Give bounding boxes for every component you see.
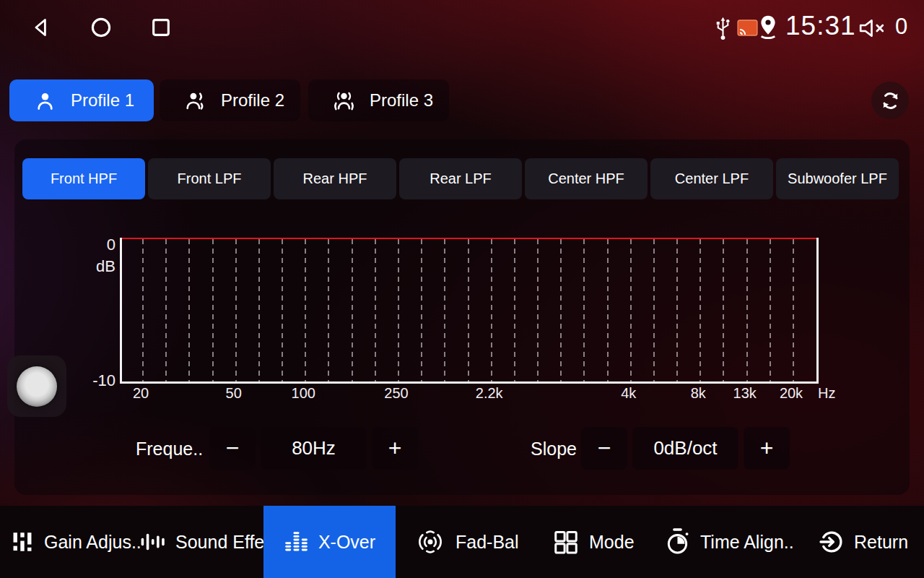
sound-effects-icon — [139, 530, 166, 553]
gridline — [723, 239, 724, 381]
nav-label: Sound Effe.. — [175, 532, 274, 553]
stopwatch-icon — [664, 527, 691, 557]
nav-fad-bal[interactable]: Fad-Bal — [414, 506, 519, 578]
gridline — [607, 239, 609, 381]
filter-tab-rear-hpf[interactable]: Rear HPF — [274, 158, 396, 199]
return-arrow-icon — [819, 529, 845, 555]
slope-label: Slope — [531, 428, 577, 470]
person-icon — [34, 90, 56, 112]
gridline — [537, 239, 539, 381]
frequency-plus-button[interactable]: + — [372, 427, 418, 470]
home-icon[interactable] — [89, 15, 113, 40]
slope-plus-button[interactable]: + — [744, 427, 790, 470]
volume-muted-icon[interactable] — [858, 17, 889, 40]
gridline — [630, 239, 632, 381]
x-tick-label: 250 — [384, 385, 408, 402]
fader-balance-icon — [414, 529, 446, 555]
refresh-icon — [879, 90, 902, 112]
refresh-button[interactable] — [871, 82, 909, 119]
gridline — [583, 239, 585, 381]
gridline — [770, 239, 771, 381]
mode-grid-icon — [552, 528, 580, 556]
gridline — [676, 239, 678, 381]
gridline — [746, 239, 748, 381]
nav-gain-adjust[interactable]: Gain Adjus.. — [10, 506, 141, 578]
gridline — [235, 239, 237, 381]
nav-time-alignment[interactable]: Time Align.. — [664, 506, 794, 578]
location-icon — [757, 14, 780, 43]
slope-minus-button[interactable]: − — [581, 427, 627, 470]
gridline — [142, 239, 144, 381]
filter-tabs: Front HPFFront LPFRear HPFRear LPFCenter… — [22, 158, 899, 199]
gridline — [468, 239, 469, 381]
gridline — [699, 239, 701, 381]
profile-2-button[interactable]: Profile 2 — [160, 79, 300, 121]
chart-gridlines — [122, 238, 816, 381]
equalizer-icon — [284, 530, 309, 555]
profile-label: Profile 2 — [221, 90, 284, 111]
profile-1-button[interactable]: Profile 1 — [9, 79, 154, 121]
x-axis-unit-label: Hz — [818, 385, 835, 402]
x-tick-label: 13k — [733, 385, 757, 402]
x-tick-label: 100 — [292, 385, 315, 402]
gridline — [398, 239, 399, 381]
frequency-value: 80Hz — [261, 427, 367, 470]
recents-icon[interactable] — [149, 15, 173, 40]
gridline — [421, 239, 422, 381]
gridline — [352, 239, 353, 381]
gridline — [514, 239, 515, 381]
profile-3-button[interactable]: Profile 3 — [308, 79, 449, 121]
nav-mode[interactable]: Mode — [552, 506, 635, 578]
cast-icon — [737, 20, 758, 36]
volume-level: 0 — [895, 14, 907, 40]
floating-knob-button[interactable] — [7, 355, 66, 417]
nav-label: Fad-Bal — [456, 532, 519, 553]
gridline — [653, 239, 655, 381]
x-tick-label: 2.2k — [476, 385, 503, 402]
y-axis-max-label: 0 — [84, 236, 116, 254]
chart-response-line — [122, 238, 816, 239]
x-tick-labels: 20501002502.2k4k8k13k20k — [120, 385, 814, 404]
profile-label: Profile 1 — [71, 90, 134, 111]
filter-tab-center-hpf[interactable]: Center HPF — [525, 158, 648, 199]
y-axis-min-label: -10 — [84, 371, 116, 390]
frequency-minus-button[interactable]: − — [209, 427, 256, 470]
nav-label: Gain Adjus.. — [44, 532, 141, 553]
nav-label: Return — [854, 532, 908, 553]
filter-tab-subwoofer-lpf[interactable]: Subwoofer LPF — [776, 158, 899, 199]
gain-adjust-icon — [10, 530, 35, 554]
gridline — [282, 239, 283, 381]
nav-return[interactable]: Return — [819, 506, 908, 578]
filter-tab-front-lpf[interactable]: Front LPF — [148, 158, 271, 199]
nav-label: Time Align.. — [700, 532, 794, 553]
gridline — [212, 239, 214, 381]
gridline — [165, 239, 167, 381]
frequency-label: Freque.. — [136, 428, 203, 470]
person-wave-icon — [184, 90, 206, 112]
x-tick-label: 8k — [691, 385, 706, 402]
gridline — [491, 239, 492, 381]
slope-value: 0dB/oct — [632, 427, 738, 470]
chart-plot[interactable] — [120, 238, 819, 384]
usb-icon — [713, 15, 733, 42]
x-tick-label: 4k — [621, 385, 636, 402]
nav-sound-effects[interactable]: Sound Effe.. — [139, 506, 274, 578]
filter-tab-front-hpf[interactable]: Front HPF — [22, 158, 145, 199]
x-tick-label: 20 — [133, 385, 149, 402]
gridline — [305, 239, 306, 381]
gridline — [793, 239, 794, 381]
gridline — [328, 239, 329, 381]
back-icon[interactable] — [29, 15, 53, 40]
knob-icon — [17, 366, 57, 407]
nav-x-over[interactable]: X-Over — [263, 506, 396, 578]
x-tick-label: 50 — [226, 385, 242, 402]
x-tick-label: 20k — [780, 385, 803, 402]
gridline — [444, 239, 445, 381]
gridline — [188, 239, 190, 381]
nav-label: X-Over — [318, 532, 375, 553]
gridline — [560, 239, 562, 381]
profile-label: Profile 3 — [370, 90, 433, 111]
filter-tab-center-lpf[interactable]: Center LPF — [650, 158, 773, 199]
filter-tab-rear-lpf[interactable]: Rear LPF — [399, 158, 522, 199]
gridline — [258, 239, 260, 381]
